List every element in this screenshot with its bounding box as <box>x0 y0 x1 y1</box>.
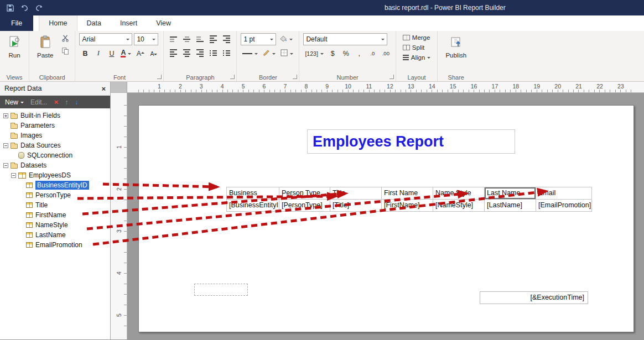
decrease-indent-button[interactable] <box>207 33 219 45</box>
table-cell-first-name[interactable]: [FirstName] <box>381 199 433 211</box>
split-button[interactable]: Split <box>400 43 434 52</box>
table-cell-name-style[interactable]: [NameStyle] <box>433 199 484 211</box>
border-color-button[interactable] <box>261 48 277 59</box>
align-center-button[interactable] <box>181 47 193 59</box>
fill-color-button[interactable] <box>278 34 294 45</box>
currency-button[interactable]: $ <box>327 48 339 59</box>
ruler-number: 9 <box>316 82 337 92</box>
tree-item-businessentityid[interactable]: BusinessEntityID <box>0 180 110 190</box>
percent-button[interactable]: % <box>340 48 352 59</box>
tree-expander-icon[interactable] <box>3 163 8 168</box>
tab-insert[interactable]: Insert <box>111 15 147 31</box>
number-format-select[interactable]: Default <box>303 33 387 45</box>
tree-item-images[interactable]: Images <box>0 130 110 140</box>
italic-button[interactable]: I <box>92 48 104 59</box>
ruler-number: 12 <box>380 82 401 92</box>
ruler-number: 14 <box>422 82 443 92</box>
table-header-email[interactable]: Email <box>536 187 591 199</box>
number-code-button[interactable]: [123] <box>303 48 325 59</box>
tree-item-title[interactable]: Title <box>0 200 110 210</box>
run-button[interactable]: Run <box>4 33 25 72</box>
cut-button[interactable] <box>59 33 71 45</box>
redo-icon[interactable] <box>34 3 43 12</box>
table-header-title[interactable]: Title <box>330 187 381 199</box>
tree-item-namestyle[interactable]: NameStyle <box>0 220 110 230</box>
borders-button[interactable] <box>279 48 295 59</box>
tree-item-datasets[interactable]: Datasets <box>0 160 110 170</box>
tree-expander-icon[interactable] <box>3 113 8 118</box>
font-family-select[interactable]: Arial <box>79 33 132 45</box>
tree-expander-icon[interactable] <box>11 173 16 178</box>
report-title-text: Employees Report <box>308 133 444 150</box>
border-dialog-launcher[interactable] <box>293 75 297 79</box>
report-canvas[interactable]: Employees Report BusinessPerson TypeTitl… <box>138 105 634 332</box>
align-bottom-button[interactable] <box>194 33 206 45</box>
paragraph-dialog-launcher[interactable] <box>230 75 235 79</box>
decrease-decimal-button[interactable]: .00 <box>380 48 392 59</box>
align-button[interactable]: Align <box>400 53 434 62</box>
table-cell-email[interactable]: [EmailPromotion] <box>536 199 591 211</box>
publish-button[interactable]: Publish <box>442 33 470 72</box>
copy-button[interactable] <box>59 46 71 57</box>
execution-time-textbox[interactable]: [&ExecutionTime] <box>480 291 588 304</box>
ribbon-group-paragraph: Paragraph <box>164 31 237 81</box>
tab-data[interactable]: Data <box>77 15 111 31</box>
table-header-business[interactable]: Business <box>226 187 279 199</box>
move-down-icon[interactable]: ↓ <box>75 98 78 106</box>
increase-indent-button[interactable] <box>221 33 232 45</box>
report-title-textbox[interactable]: Employees Report <box>307 129 515 154</box>
number-list-button[interactable] <box>221 47 232 59</box>
tree-item-parameters[interactable]: Parameters <box>0 121 110 130</box>
paste-button[interactable]: Paste <box>33 33 57 72</box>
tree-item-data-sources[interactable]: Data Sources <box>0 140 110 150</box>
table-cell-title[interactable]: [Title] <box>330 199 381 211</box>
align-middle-button[interactable] <box>181 33 193 45</box>
new-button[interactable]: New <box>5 98 24 106</box>
undo-icon[interactable] <box>20 3 29 12</box>
move-up-icon[interactable]: ↑ <box>65 98 68 106</box>
font-size-select[interactable]: 10 <box>134 33 158 45</box>
delete-icon[interactable]: × <box>54 98 59 106</box>
tree-item-sqlconnection[interactable]: SQLconnection <box>0 150 110 160</box>
bullet-list-button[interactable] <box>207 47 219 59</box>
tree-expander-icon[interactable] <box>3 143 8 148</box>
tree-item-built-in-fields[interactable]: Built-in Fields <box>0 111 110 121</box>
merge-button[interactable]: Merge <box>400 33 434 42</box>
shrink-font-button[interactable]: A <box>148 48 159 59</box>
table-cell-person-type[interactable]: [PersonType] <box>279 199 330 211</box>
border-width-select[interactable]: 1 pt <box>241 33 276 45</box>
tree-item-persontype[interactable]: PersonType <box>0 190 110 200</box>
empty-textbox[interactable] <box>194 284 248 296</box>
tab-view[interactable]: View <box>147 15 180 31</box>
font-color-button[interactable]: A <box>119 48 133 59</box>
table-header-last-name[interactable]: Last Name <box>484 187 536 199</box>
report-table[interactable]: BusinessPerson TypeTitleFirst NameName S… <box>226 187 592 212</box>
edit-button[interactable]: Edit... <box>30 98 48 106</box>
save-icon[interactable] <box>6 3 14 12</box>
align-left-button[interactable] <box>168 47 179 59</box>
tree-item-emailpromotion[interactable]: EmailPromotion <box>0 240 110 250</box>
table-header-person-type[interactable]: Person Type <box>279 187 330 199</box>
tree-item-icon <box>26 232 33 238</box>
line-style-button[interactable] <box>241 48 259 59</box>
align-top-button[interactable] <box>168 33 179 45</box>
tree-item-employeesds[interactable]: EmployeesDS <box>0 170 110 180</box>
table-cell-business[interactable]: [BusinessEntityID] <box>226 199 279 211</box>
comma-button[interactable]: , <box>354 48 365 59</box>
font-dialog-launcher[interactable] <box>157 75 162 79</box>
table-header-name-style[interactable]: Name Style <box>433 187 484 199</box>
bold-button[interactable]: B <box>79 48 91 59</box>
increase-decimal-button[interactable]: .0 <box>367 48 378 59</box>
tab-file[interactable]: File <box>0 15 33 31</box>
tab-home[interactable]: Home <box>39 15 77 31</box>
number-dialog-launcher[interactable] <box>389 75 394 79</box>
tree-item-lastname[interactable]: LastName <box>0 230 110 240</box>
underline-button[interactable]: U <box>106 48 117 59</box>
table-header-first-name[interactable]: First Name <box>381 187 433 199</box>
align-right-button[interactable] <box>194 47 206 59</box>
grow-font-button[interactable]: A <box>134 48 146 59</box>
group-label-border: Border <box>237 74 299 81</box>
tree-item-firstname[interactable]: FirstName <box>0 210 110 220</box>
close-icon[interactable]: × <box>101 85 106 93</box>
table-cell-last-name[interactable]: [LastName] <box>484 199 536 211</box>
